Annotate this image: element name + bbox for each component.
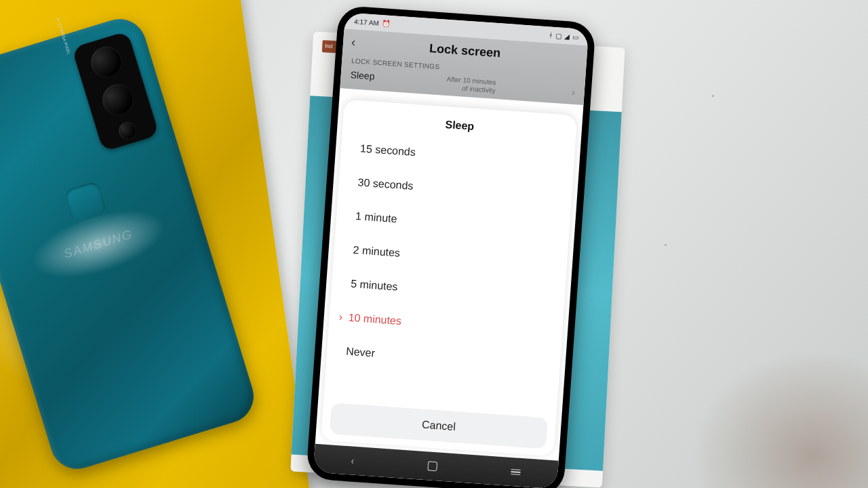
fingerprint-sensor-icon bbox=[64, 180, 108, 224]
bluetooth-icon: ᚼ bbox=[549, 31, 553, 39]
setting-value-line2: of inactivity bbox=[462, 85, 496, 94]
back-button[interactable]: ‹ bbox=[351, 36, 355, 48]
camera-lens-icon bbox=[117, 120, 138, 142]
status-time: 4:17 AM bbox=[354, 18, 379, 27]
brand-logo: SAMSUNG bbox=[62, 227, 135, 262]
photo-scene: AI 13 MEGA PIXEL SAMSUNG Ind 4:17 AM ⏰ ᚼ… bbox=[0, 0, 868, 488]
phone-screen: 4:17 AM ⏰ ᚼ ▢ ◢ ▭ ‹ Lock screen LOCK SCR… bbox=[313, 12, 589, 488]
speck bbox=[665, 244, 667, 246]
thumb-shadow bbox=[671, 332, 868, 488]
setting-value: After 10 minutes of inactivity bbox=[446, 75, 496, 95]
modal-options-list: 15 seconds30 seconds1 minute2 minutes5 m… bbox=[323, 130, 575, 414]
vibrate-icon: ▢ bbox=[555, 32, 562, 40]
camera-lens-icon bbox=[87, 43, 125, 81]
nav-home-icon[interactable] bbox=[428, 461, 438, 471]
camera-module bbox=[72, 31, 159, 152]
primary-phone: 4:17 AM ⏰ ᚼ ▢ ◢ ▭ ‹ Lock screen LOCK SCR… bbox=[306, 5, 596, 488]
camera-lens-icon bbox=[98, 80, 137, 119]
speck bbox=[712, 95, 714, 97]
chevron-right-icon: › bbox=[572, 87, 576, 98]
nav-back-icon[interactable]: ‹ bbox=[351, 455, 355, 466]
setting-key: Sleep bbox=[350, 69, 375, 85]
sleep-modal-sheet: Sleep 15 seconds30 seconds1 minute2 minu… bbox=[321, 100, 577, 457]
nav-recents-icon[interactable] bbox=[511, 469, 521, 475]
alarm-icon: ⏰ bbox=[382, 20, 391, 28]
signal-icon: ◢ bbox=[564, 32, 570, 40]
battery-icon: ▭ bbox=[572, 33, 579, 41]
